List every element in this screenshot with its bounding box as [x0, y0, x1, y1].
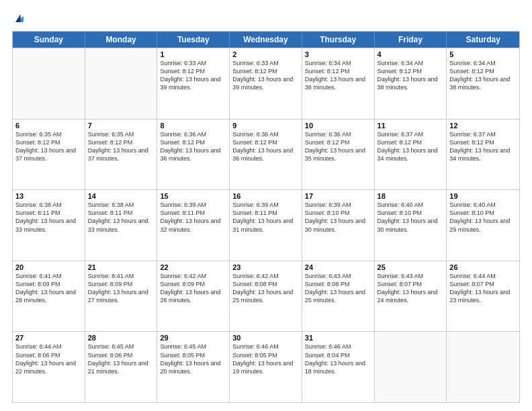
day-number: 26	[449, 263, 517, 271]
calendar-cell	[13, 48, 85, 119]
weekday-header: Thursday	[302, 32, 375, 48]
day-info: Sunrise: 6:37 AM Sunset: 8:12 PM Dayligh…	[449, 130, 517, 163]
day-number: 30	[232, 334, 299, 342]
calendar-cell: 23Sunrise: 6:42 AM Sunset: 8:08 PM Dayli…	[230, 261, 302, 332]
calendar-cell: 20Sunrise: 6:41 AM Sunset: 8:09 PM Dayli…	[13, 261, 85, 332]
day-info: Sunrise: 6:33 AM Sunset: 8:12 PM Dayligh…	[232, 59, 299, 92]
day-info: Sunrise: 6:41 AM Sunset: 8:09 PM Dayligh…	[15, 272, 82, 305]
day-info: Sunrise: 6:39 AM Sunset: 8:10 PM Dayligh…	[305, 201, 371, 234]
day-info: Sunrise: 6:40 AM Sunset: 8:10 PM Dayligh…	[449, 201, 517, 234]
calendar-cell: 17Sunrise: 6:39 AM Sunset: 8:10 PM Dayli…	[302, 190, 375, 261]
calendar-cell: 19Sunrise: 6:40 AM Sunset: 8:10 PM Dayli…	[447, 190, 519, 261]
day-number: 13	[15, 192, 82, 200]
calendar-cell: 6Sunrise: 6:35 AM Sunset: 8:12 PM Daylig…	[13, 120, 85, 190]
calendar-cell: 25Sunrise: 6:43 AM Sunset: 8:07 PM Dayli…	[375, 261, 447, 332]
day-number: 27	[15, 334, 82, 342]
day-info: Sunrise: 6:40 AM Sunset: 8:10 PM Dayligh…	[378, 201, 444, 234]
day-info: Sunrise: 6:36 AM Sunset: 8:12 PM Dayligh…	[305, 130, 371, 163]
day-number: 28	[88, 334, 154, 342]
calendar-cell: 28Sunrise: 6:45 AM Sunset: 8:06 PM Dayli…	[85, 332, 158, 402]
calendar-cell: 10Sunrise: 6:36 AM Sunset: 8:12 PM Dayli…	[302, 120, 375, 190]
weekday-header: Tuesday	[157, 32, 230, 48]
calendar-cell: 22Sunrise: 6:42 AM Sunset: 8:09 PM Dayli…	[157, 261, 230, 332]
weekday-header: Friday	[375, 32, 447, 48]
logo-icon	[13, 12, 26, 24]
day-info: Sunrise: 6:34 AM Sunset: 8:12 PM Dayligh…	[449, 59, 517, 92]
day-number: 6	[15, 122, 82, 130]
calendar-week-row: 27Sunrise: 6:44 AM Sunset: 8:06 PM Dayli…	[13, 331, 519, 402]
day-number: 10	[305, 122, 371, 130]
day-number: 1	[160, 50, 226, 58]
calendar-cell: 3Sunrise: 6:34 AM Sunset: 8:12 PM Daylig…	[302, 48, 375, 119]
day-number: 11	[378, 122, 444, 130]
day-info: Sunrise: 6:45 AM Sunset: 8:05 PM Dayligh…	[160, 342, 226, 375]
calendar-cell: 30Sunrise: 6:46 AM Sunset: 8:05 PM Dayli…	[230, 332, 302, 402]
day-info: Sunrise: 6:41 AM Sunset: 8:09 PM Dayligh…	[88, 272, 154, 305]
day-info: Sunrise: 6:33 AM Sunset: 8:12 PM Dayligh…	[160, 59, 226, 92]
day-info: Sunrise: 6:38 AM Sunset: 8:11 PM Dayligh…	[88, 201, 154, 234]
day-info: Sunrise: 6:35 AM Sunset: 8:12 PM Dayligh…	[15, 130, 82, 163]
weekday-header: Monday	[85, 32, 158, 48]
day-info: Sunrise: 6:38 AM Sunset: 8:11 PM Dayligh…	[15, 201, 82, 234]
day-info: Sunrise: 6:39 AM Sunset: 8:11 PM Dayligh…	[160, 201, 226, 234]
day-info: Sunrise: 6:42 AM Sunset: 8:09 PM Dayligh…	[160, 272, 226, 305]
calendar-cell: 7Sunrise: 6:35 AM Sunset: 8:12 PM Daylig…	[85, 120, 158, 190]
calendar-cell: 26Sunrise: 6:44 AM Sunset: 8:07 PM Dayli…	[447, 261, 519, 332]
calendar-cell: 8Sunrise: 6:36 AM Sunset: 8:12 PM Daylig…	[157, 120, 230, 190]
day-number: 31	[305, 334, 371, 342]
day-number: 3	[305, 50, 371, 58]
calendar-cell: 9Sunrise: 6:36 AM Sunset: 8:12 PM Daylig…	[230, 120, 302, 190]
calendar-cell: 15Sunrise: 6:39 AM Sunset: 8:11 PM Dayli…	[157, 190, 230, 261]
day-number: 9	[232, 122, 299, 130]
day-number: 25	[378, 263, 444, 271]
calendar-cell: 29Sunrise: 6:45 AM Sunset: 8:05 PM Dayli…	[157, 332, 230, 402]
day-number: 17	[305, 192, 371, 200]
calendar-cell: 1Sunrise: 6:33 AM Sunset: 8:12 PM Daylig…	[157, 48, 230, 119]
calendar-cell: 14Sunrise: 6:38 AM Sunset: 8:11 PM Dayli…	[85, 190, 158, 261]
weekday-header: Saturday	[447, 32, 519, 48]
day-info: Sunrise: 6:43 AM Sunset: 8:07 PM Dayligh…	[378, 272, 444, 305]
day-number: 15	[160, 192, 226, 200]
day-info: Sunrise: 6:39 AM Sunset: 8:11 PM Dayligh…	[232, 201, 299, 234]
day-number: 2	[232, 50, 299, 58]
day-number: 16	[232, 192, 299, 200]
day-number: 8	[160, 122, 226, 130]
day-info: Sunrise: 6:36 AM Sunset: 8:12 PM Dayligh…	[232, 130, 299, 163]
day-number: 5	[449, 50, 517, 58]
calendar-cell: 16Sunrise: 6:39 AM Sunset: 8:11 PM Dayli…	[230, 190, 302, 261]
day-number: 4	[378, 50, 444, 58]
day-info: Sunrise: 6:36 AM Sunset: 8:12 PM Dayligh…	[160, 130, 226, 163]
day-number: 29	[160, 334, 226, 342]
day-number: 12	[449, 122, 517, 130]
day-info: Sunrise: 6:44 AM Sunset: 8:07 PM Dayligh…	[449, 272, 517, 305]
calendar-cell	[85, 48, 158, 119]
svg-marker-1	[15, 14, 21, 22]
day-info: Sunrise: 6:37 AM Sunset: 8:12 PM Dayligh…	[378, 130, 444, 163]
day-number: 14	[88, 192, 154, 200]
weekday-header: Wednesday	[230, 32, 302, 48]
calendar-cell	[375, 332, 447, 402]
calendar-cell: 27Sunrise: 6:44 AM Sunset: 8:06 PM Dayli…	[13, 332, 85, 402]
calendar-cell: 24Sunrise: 6:43 AM Sunset: 8:08 PM Dayli…	[302, 261, 375, 332]
calendar-week-row: 13Sunrise: 6:38 AM Sunset: 8:11 PM Dayli…	[13, 189, 519, 261]
calendar-cell: 18Sunrise: 6:40 AM Sunset: 8:10 PM Dayli…	[375, 190, 447, 261]
calendar: SundayMondayTuesdayWednesdayThursdayFrid…	[12, 31, 520, 403]
logo	[12, 12, 26, 24]
day-info: Sunrise: 6:42 AM Sunset: 8:08 PM Dayligh…	[232, 272, 299, 305]
day-info: Sunrise: 6:34 AM Sunset: 8:12 PM Dayligh…	[305, 59, 371, 92]
calendar-cell: 12Sunrise: 6:37 AM Sunset: 8:12 PM Dayli…	[447, 120, 519, 190]
page: SundayMondayTuesdayWednesdayThursdayFrid…	[0, 0, 532, 411]
weekday-header: Sunday	[13, 32, 85, 48]
calendar-cell: 21Sunrise: 6:41 AM Sunset: 8:09 PM Dayli…	[85, 261, 158, 332]
calendar-header: SundayMondayTuesdayWednesdayThursdayFrid…	[13, 32, 519, 48]
header	[12, 12, 520, 24]
calendar-cell: 2Sunrise: 6:33 AM Sunset: 8:12 PM Daylig…	[230, 48, 302, 119]
day-info: Sunrise: 6:34 AM Sunset: 8:12 PM Dayligh…	[378, 59, 444, 92]
day-number: 22	[160, 263, 226, 271]
calendar-body: 1Sunrise: 6:33 AM Sunset: 8:12 PM Daylig…	[13, 48, 519, 402]
day-info: Sunrise: 6:45 AM Sunset: 8:06 PM Dayligh…	[88, 342, 154, 375]
day-info: Sunrise: 6:43 AM Sunset: 8:08 PM Dayligh…	[305, 272, 371, 305]
calendar-cell	[447, 332, 519, 402]
day-number: 7	[88, 122, 154, 130]
calendar-week-row: 1Sunrise: 6:33 AM Sunset: 8:12 PM Daylig…	[13, 48, 519, 119]
